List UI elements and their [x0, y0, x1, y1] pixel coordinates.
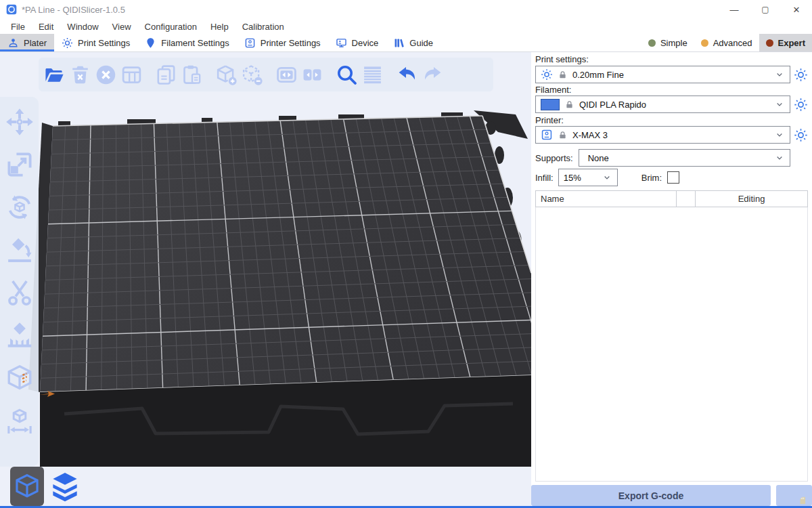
title-bar: *PA Line - QIDISlicer-1.0.5 — ▢ ✕	[0, 0, 812, 19]
circle-x-icon	[95, 64, 117, 86]
print-bed-scene	[0, 52, 531, 508]
column-header-spacer	[676, 191, 695, 207]
lock-icon	[564, 100, 574, 110]
menu-help[interactable]: Help	[204, 20, 235, 33]
arrange-grid-icon	[120, 64, 143, 86]
undo-button[interactable]	[394, 60, 420, 89]
tab-guide[interactable]: Guide	[386, 34, 441, 51]
export-gcode-button[interactable]: Export G-code	[531, 485, 771, 506]
remove-instance-button[interactable]	[239, 60, 265, 89]
menu-edit[interactable]: Edit	[32, 20, 60, 33]
rotate-icon	[5, 192, 35, 222]
filament-value: QIDI PLA Rapido	[579, 100, 769, 110]
place-on-face-icon	[5, 235, 35, 265]
scissors-icon	[5, 278, 35, 308]
column-header-editing: Editing	[695, 191, 807, 207]
close-button[interactable]: ✕	[781, 0, 812, 19]
printer-icon	[244, 37, 256, 49]
printer-icon	[541, 129, 553, 141]
tab-print-settings[interactable]: Print Settings	[54, 34, 137, 51]
paint-on-supports-button[interactable]	[4, 320, 35, 351]
object-list-header: Name Editing	[535, 190, 808, 207]
preview-view-button[interactable]	[48, 467, 82, 506]
window-title: *PA Line - QIDISlicer-1.0.5	[22, 5, 125, 15]
tab-device[interactable]: Device	[328, 34, 386, 51]
top-toolbar	[39, 58, 493, 91]
search-button[interactable]	[334, 60, 359, 89]
open-folder-icon	[43, 64, 66, 86]
menu-window[interactable]: Window	[60, 20, 105, 33]
object-list[interactable]	[535, 207, 808, 482]
chevron-down-icon	[602, 172, 612, 183]
scale-button[interactable]	[4, 149, 35, 180]
tab-printer-settings[interactable]: Printer Settings	[237, 34, 328, 51]
menu-view[interactable]: View	[106, 20, 138, 33]
filament-icon	[145, 37, 156, 49]
measure-button[interactable]	[4, 405, 35, 436]
menu-configuration[interactable]: Configuration	[138, 20, 204, 33]
advanced-mode-dot-icon	[701, 39, 708, 47]
split-to-parts-button[interactable]	[299, 60, 325, 89]
tab-plater[interactable]: Plater	[0, 34, 54, 51]
copy-icon	[155, 64, 177, 86]
settings-sidebar: Print settings: 0.20mm Fine Filament: QI…	[531, 52, 812, 508]
infill-combo[interactable]: 15%	[558, 169, 618, 186]
mode-expert[interactable]: Expert	[759, 34, 812, 51]
redo-button[interactable]	[420, 60, 445, 89]
delete-all-button[interactable]	[93, 60, 118, 89]
simple-mode-dot-icon	[648, 39, 656, 47]
open-button[interactable]	[41, 60, 67, 89]
edit-print-settings-gear-button[interactable]	[794, 68, 808, 82]
printer-combo[interactable]: X-MAX 3	[535, 126, 790, 144]
cut-button[interactable]	[4, 277, 35, 308]
filament-combo[interactable]: QIDI PLA Rapido	[535, 96, 790, 113]
editor-3d-view-button[interactable]	[10, 467, 44, 506]
maximize-button[interactable]: ▢	[750, 0, 781, 19]
edit-filament-gear-button[interactable]	[794, 98, 808, 112]
scale-icon	[5, 150, 35, 179]
viewport-3d[interactable]	[0, 52, 531, 508]
add-instance-button[interactable]	[213, 60, 239, 89]
brim-checkbox[interactable]	[667, 171, 679, 184]
cube-minus-icon	[241, 64, 263, 86]
measure-icon	[5, 406, 35, 436]
brim-label: Brim:	[641, 173, 662, 183]
minimize-button[interactable]: —	[719, 0, 750, 19]
supports-combo[interactable]: None	[579, 149, 790, 167]
menu-calibration[interactable]: Calibration	[235, 20, 291, 33]
arrange-button[interactable]	[118, 60, 144, 89]
mode-simple[interactable]: Simple	[641, 34, 694, 51]
layer-height-bars-icon	[361, 64, 384, 86]
search-icon	[336, 64, 358, 86]
paste-button[interactable]	[179, 60, 204, 89]
tab-filament-settings[interactable]: Filament Settings	[137, 34, 236, 51]
gear-icon	[541, 68, 553, 81]
app-logo-icon	[6, 4, 17, 15]
plater-icon	[7, 37, 19, 49]
layers-preview-icon	[49, 471, 81, 502]
printer-label: Printer:	[535, 115, 808, 125]
move-button[interactable]	[4, 106, 35, 137]
infill-value: 15%	[564, 173, 597, 183]
trash-icon	[69, 64, 91, 86]
seam-painting-button[interactable]	[4, 362, 35, 394]
chevron-down-icon	[774, 129, 785, 140]
sd-card-icon	[797, 496, 808, 505]
variable-layer-height-button[interactable]	[359, 60, 385, 89]
delete-button[interactable]	[67, 60, 93, 89]
edit-printer-gear-button[interactable]	[794, 128, 808, 142]
copy-button[interactable]	[153, 60, 179, 89]
print-settings-combo[interactable]: 0.20mm Fine	[535, 66, 790, 83]
split-to-objects-button[interactable]	[273, 60, 299, 89]
place-on-face-button[interactable]	[4, 234, 35, 266]
chevron-down-icon	[774, 152, 785, 163]
device-monitor-icon	[336, 37, 347, 49]
lock-icon	[558, 70, 568, 80]
export-to-sd-button[interactable]	[776, 485, 812, 506]
seam-cube-icon	[5, 363, 35, 393]
rotate-button[interactable]	[4, 192, 35, 223]
filament-label: Filament:	[535, 85, 808, 95]
mode-advanced[interactable]: Advanced	[694, 34, 759, 51]
menu-file[interactable]: File	[4, 20, 32, 33]
filament-color-swatch	[541, 99, 560, 110]
